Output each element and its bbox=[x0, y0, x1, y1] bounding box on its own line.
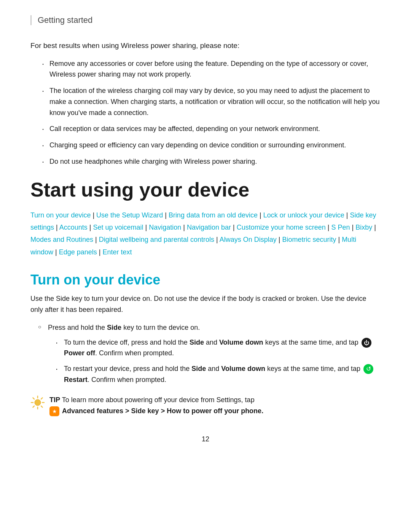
circle-bullet-list: Press and hold the Side key to turn the … bbox=[38, 322, 381, 385]
bold-side-1: Side bbox=[190, 339, 204, 346]
list-item: Do not use headphones while charging wit… bbox=[42, 156, 381, 167]
list-item-restart: To restart your device, press and hold t… bbox=[56, 363, 381, 385]
page-number: 12 bbox=[30, 435, 381, 443]
link-enter-text[interactable]: Enter text bbox=[103, 248, 132, 256]
link-edge-panels[interactable]: Edge panels bbox=[59, 248, 97, 256]
list-item: Call reception or data services may be a… bbox=[42, 123, 381, 134]
link-setup-wizard[interactable]: Use the Setup Wizard bbox=[96, 211, 163, 219]
page-header: Getting started bbox=[30, 15, 381, 25]
link-accounts[interactable]: Accounts bbox=[59, 224, 88, 231]
links-block: Turn on your device | Use the Setup Wiza… bbox=[30, 209, 381, 259]
restart-icon bbox=[363, 364, 373, 374]
list-item: The location of the wireless charging co… bbox=[42, 85, 381, 118]
tip-box: TIP To learn more about powering off you… bbox=[30, 395, 381, 417]
list-item-press-hold: Press and hold the Side key to turn the … bbox=[38, 322, 381, 385]
main-section-title: Start using your device bbox=[30, 179, 381, 201]
sub-bullet-list: To turn the device off, press and hold t… bbox=[56, 337, 381, 385]
bold-volume-down-2: Volume down bbox=[221, 365, 265, 372]
link-biometric[interactable]: Biometric security bbox=[282, 236, 336, 243]
tip-sun-icon bbox=[30, 395, 46, 411]
bold-restart: Restart bbox=[64, 376, 88, 383]
svg-line-7 bbox=[41, 398, 43, 399]
tip-label: TIP bbox=[49, 396, 60, 404]
svg-line-8 bbox=[33, 406, 35, 407]
link-bring-data[interactable]: Bring data from an old device bbox=[169, 211, 258, 219]
bold-side-2: Side bbox=[191, 365, 206, 372]
bold-power-off: Power off bbox=[64, 349, 95, 357]
link-modes-routines[interactable]: Modes and Routines bbox=[30, 236, 93, 243]
list-item: Charging speed or efficiency can vary de… bbox=[42, 140, 381, 151]
svg-line-5 bbox=[33, 398, 35, 399]
tip-bold: Advanced features > Side key > How to po… bbox=[62, 407, 263, 415]
link-navigation[interactable]: Navigation bbox=[149, 224, 181, 231]
wireless-bullets: Remove any accessories or cover before u… bbox=[42, 58, 381, 167]
link-always-on[interactable]: Always On Display bbox=[220, 236, 277, 243]
link-voicemail[interactable]: Set up voicemail bbox=[93, 224, 143, 231]
list-item: Remove any accessories or cover before u… bbox=[42, 58, 381, 80]
power-icon bbox=[362, 338, 371, 348]
subsection-intro: Use the Side key to turn your device on.… bbox=[30, 293, 381, 315]
orange-advanced-icon bbox=[49, 406, 59, 416]
tip-body: To learn more about powering off your de… bbox=[62, 396, 255, 404]
link-navigation-bar[interactable]: Navigation bar bbox=[187, 224, 231, 231]
link-spen[interactable]: S Pen bbox=[331, 224, 350, 231]
list-item-power-off: To turn the device off, press and hold t… bbox=[56, 337, 381, 359]
header-title: Getting started bbox=[38, 15, 92, 25]
svg-point-0 bbox=[35, 399, 41, 406]
intro-text: For best results when using Wireless pow… bbox=[30, 40, 381, 51]
subsection-title: Turn on your device bbox=[30, 272, 381, 288]
link-turn-on[interactable]: Turn on your device bbox=[30, 211, 91, 219]
tip-text: TIP To learn more about powering off you… bbox=[49, 395, 263, 417]
svg-line-6 bbox=[41, 406, 43, 407]
link-digital-wellbeing[interactable]: Digital wellbeing and parental controls bbox=[99, 236, 214, 243]
bold-side: Side bbox=[107, 324, 121, 331]
bold-volume-down-1: Volume down bbox=[219, 339, 263, 346]
link-bixby[interactable]: Bixby bbox=[355, 224, 372, 231]
link-customize-home[interactable]: Customize your home screen bbox=[237, 224, 326, 231]
link-lock-unlock[interactable]: Lock or unlock your device bbox=[263, 211, 344, 219]
